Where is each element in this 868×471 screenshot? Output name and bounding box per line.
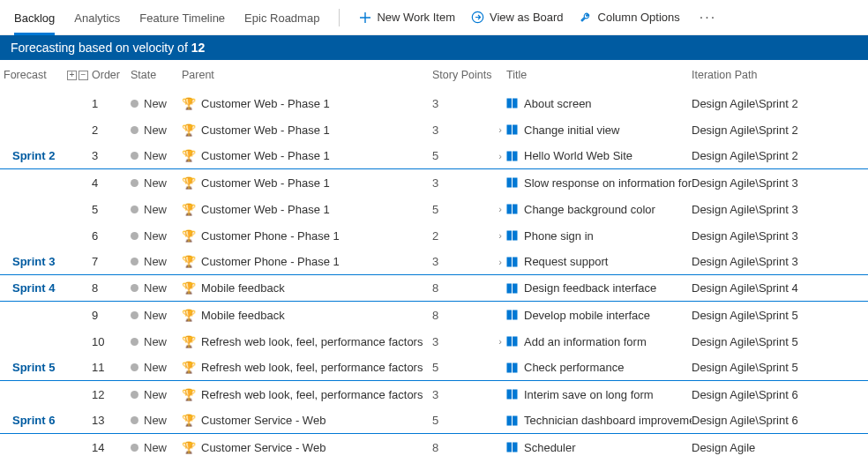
collapse-all-button[interactable]: − (79, 71, 88, 80)
state-cell: New (131, 255, 182, 268)
new-work-item-button[interactable]: New Work Item (359, 11, 455, 24)
parent-cell[interactable]: 🏆Customer Web - Phase 1 (182, 123, 432, 137)
table-row[interactable]: Sprint 23New🏆Customer Web - Phase 15›Hel… (0, 143, 868, 169)
state-dot-icon (131, 363, 138, 371)
tab-analytics[interactable]: Analytics (74, 0, 120, 35)
col-title[interactable]: Title (506, 69, 692, 81)
svg-rect-12 (513, 231, 518, 241)
parent-cell[interactable]: 🏆Customer Web - Phase 1 (182, 176, 432, 190)
expander[interactable]: › (494, 257, 506, 267)
title-cell[interactable]: Change background color (506, 203, 692, 216)
svg-rect-21 (507, 363, 513, 372)
work-item-icon (506, 283, 519, 294)
iteration-cell: Design Agile\Sprint 2 (692, 149, 857, 162)
title-cell[interactable]: Check performance (506, 361, 692, 374)
parent-cell[interactable]: 🏆Refresh web look, feel, performance fac… (182, 388, 432, 401)
expander[interactable]: › (494, 124, 506, 135)
trophy-icon: 🏆 (182, 204, 196, 215)
tab-backlog[interactable]: Backlog (14, 0, 55, 35)
trophy-icon: 🏆 (182, 98, 196, 109)
state-text: New (144, 176, 167, 190)
state-text: New (144, 388, 167, 401)
parent-cell[interactable]: 🏆Customer Web - Phase 1 (182, 149, 432, 162)
parent-cell[interactable]: 🏆Refresh web look, feel, performance fac… (182, 361, 432, 374)
title-cell[interactable]: Design feedback interface (506, 281, 692, 295)
order-cell: 12 (92, 388, 131, 401)
parent-cell[interactable]: 🏆Customer Web - Phase 1 (182, 97, 432, 110)
title-cell[interactable]: About screen (506, 97, 692, 110)
table-row[interactable]: 4New🏆Customer Web - Phase 13Slow respons… (0, 169, 868, 196)
table-row[interactable]: Sprint 511New🏆Refresh web look, feel, pe… (0, 355, 868, 381)
parent-cell[interactable]: 🏆Mobile feedback (182, 309, 432, 322)
title-cell[interactable]: Interim save on long form (506, 388, 692, 401)
iteration-cell: Design Agile\Sprint 6 (692, 414, 857, 427)
table-row[interactable]: Sprint 613New🏆Customer Service - Web5Tec… (0, 407, 868, 434)
table-row[interactable]: 14New🏆Customer Service - Web8SchedulerDe… (0, 434, 868, 460)
svg-rect-14 (513, 257, 518, 266)
expander[interactable]: › (494, 230, 506, 241)
title-cell[interactable]: Develop mobile interface (506, 309, 692, 322)
table-row[interactable]: 6New🏆Customer Phone - Phase 12›Phone sig… (0, 222, 868, 249)
state-dot-icon (131, 100, 138, 108)
parent-cell[interactable]: 🏆Mobile feedback (182, 281, 432, 295)
col-forecast[interactable]: Forecast (4, 69, 67, 81)
order-cell: 11 (92, 361, 131, 374)
parent-text: Refresh web look, feel, performance fact… (201, 388, 423, 401)
title-cell[interactable]: Hello World Web Site (506, 149, 692, 162)
title-cell[interactable]: Phone sign in (506, 229, 692, 243)
table-row[interactable]: 12New🏆Refresh web look, feel, performanc… (0, 381, 868, 407)
story-points-cell: 5 (432, 203, 494, 216)
table-row[interactable]: 1New🏆Customer Web - Phase 13About screen… (0, 90, 868, 116)
iteration-cell: Design Agile\Sprint 3 (692, 176, 857, 190)
title-cell[interactable]: Request support (506, 255, 692, 268)
table-row[interactable]: Sprint 37New🏆Customer Phone - Phase 13›R… (0, 249, 868, 275)
title-cell[interactable]: Change initial view (506, 123, 692, 137)
state-text: New (144, 281, 167, 295)
title-cell[interactable]: Slow response on information form (506, 176, 692, 190)
expander[interactable]: › (494, 204, 506, 214)
story-points-cell: 2 (432, 229, 494, 243)
parent-cell[interactable]: 🏆Customer Web - Phase 1 (182, 203, 432, 216)
forecast-label: Sprint 2 (4, 149, 67, 162)
story-points-cell: 5 (432, 361, 494, 374)
table-row[interactable]: 9New🏆Mobile feedback8Develop mobile inte… (0, 302, 868, 328)
story-points-cell: 8 (432, 309, 494, 322)
expander[interactable]: › (494, 336, 506, 347)
svg-rect-17 (507, 310, 513, 320)
iteration-cell: Design Agile\Sprint 3 (692, 229, 857, 243)
column-options-button[interactable]: Column Options (580, 11, 680, 24)
tab-epic-roadmap[interactable]: Epic Roadmap (244, 0, 319, 35)
expander[interactable]: › (494, 151, 506, 161)
svg-rect-5 (507, 151, 513, 161)
title-text: Add an information form (524, 335, 647, 348)
iteration-cell: Design Agile\Sprint 6 (692, 388, 857, 401)
title-cell[interactable]: Add an information form (506, 335, 692, 348)
col-story-points[interactable]: Story Points (432, 69, 494, 81)
parent-cell[interactable]: 🏆Customer Service - Web (182, 441, 432, 454)
iteration-cell: Design Agile\Sprint 3 (692, 255, 857, 268)
col-state[interactable]: State (131, 69, 182, 81)
table-row[interactable]: 5New🏆Customer Web - Phase 15›Change back… (0, 196, 868, 222)
svg-rect-24 (513, 390, 518, 400)
parent-cell[interactable]: 🏆Customer Service - Web (182, 414, 432, 427)
title-cell[interactable]: Scheduler (506, 441, 692, 454)
more-button[interactable]: ··· (696, 10, 720, 26)
tab-feature-timeline[interactable]: Feature Timeline (139, 0, 225, 35)
col-order[interactable]: Order (92, 69, 131, 81)
title-text: Design feedback interface (524, 281, 656, 295)
trophy-icon: 🏆 (182, 415, 196, 426)
parent-cell[interactable]: 🏆Customer Phone - Phase 1 (182, 255, 432, 268)
table-row[interactable]: 2New🏆Customer Web - Phase 13›Change init… (0, 116, 868, 143)
trophy-icon: 🏆 (182, 362, 196, 373)
col-parent[interactable]: Parent (182, 69, 432, 81)
expand-all-button[interactable]: + (67, 71, 77, 80)
backlog-grid: Forecast + − Order State Parent Story Po… (0, 60, 868, 460)
view-as-board-button[interactable]: View as Board (471, 11, 564, 24)
parent-cell[interactable]: 🏆Customer Phone - Phase 1 (182, 229, 432, 243)
table-row[interactable]: 10New🏆Refresh web look, feel, performanc… (0, 328, 868, 355)
parent-cell[interactable]: 🏆Refresh web look, feel, performance fac… (182, 335, 432, 348)
table-row[interactable]: Sprint 48New🏆Mobile feedback8Design feed… (0, 275, 868, 302)
title-cell[interactable]: Technician dashboard improvements (506, 414, 692, 427)
col-iteration[interactable]: Iteration Path (692, 69, 857, 81)
story-points-cell: 3 (432, 255, 494, 268)
